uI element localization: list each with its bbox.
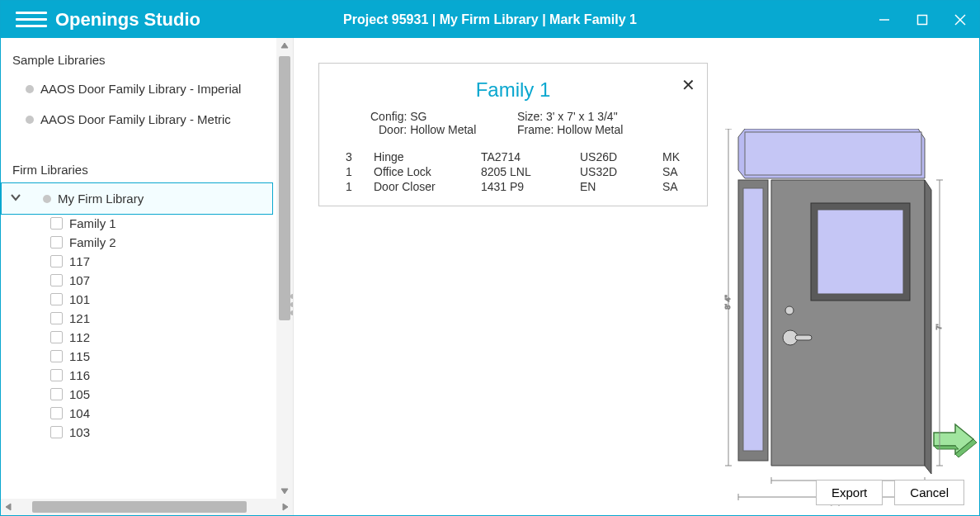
family-child-item[interactable]: 121 — [50, 309, 276, 328]
child-label: Family 1 — [69, 216, 116, 230]
scroll-up-icon[interactable] — [276, 38, 293, 53]
child-label: Family 2 — [69, 235, 116, 249]
svg-marker-19 — [925, 180, 931, 474]
svg-text:8' 4": 8' 4" — [723, 295, 732, 309]
family-info-card: ✕ Family 1 Config: SG Size: 3' x 7' x 1 … — [318, 63, 708, 206]
vertical-scrollbar[interactable] — [276, 38, 293, 499]
maximize-button[interactable] — [903, 1, 941, 38]
library-label: AAOS Door Family Library - Metric — [40, 112, 231, 126]
svg-text:7': 7' — [935, 324, 943, 329]
project-title: Project 95931 | My Firm Library | Mark F… — [343, 12, 637, 27]
hardware-row: 1Office Lock8205 LNLUS32DSA — [337, 164, 689, 179]
library-label: My Firm Library — [58, 192, 144, 206]
checkbox-icon[interactable] — [50, 331, 63, 343]
minimize-button[interactable] — [865, 1, 903, 38]
window: Openings Studio Project 95931 | My Firm … — [0, 0, 980, 516]
family-child-item[interactable]: 116 — [50, 366, 276, 385]
family-child-item[interactable]: 103 — [50, 423, 276, 442]
hardware-row: 1Door Closer1431 P9ENSA — [337, 179, 689, 194]
scroll-left-icon[interactable] — [1, 499, 16, 515]
svg-rect-15 — [745, 132, 921, 175]
checkbox-icon[interactable] — [50, 293, 63, 305]
checkbox-icon[interactable] — [50, 312, 63, 324]
bullet-icon — [26, 85, 34, 93]
chevron-down-icon[interactable] — [10, 192, 21, 206]
child-label: 107 — [69, 273, 90, 287]
sidebar: Sample Libraries AAOS Door Family Librar… — [1, 38, 294, 515]
checkbox-icon[interactable] — [50, 388, 63, 400]
scroll-down-icon[interactable] — [276, 484, 293, 499]
svg-rect-21 — [817, 210, 903, 294]
child-label: 121 — [69, 311, 90, 325]
checkbox-icon[interactable] — [50, 407, 63, 419]
family-child-item[interactable]: 115 — [50, 347, 276, 366]
checkbox-icon[interactable] — [50, 426, 63, 438]
frame-row: Frame: Hollow Metal — [517, 123, 664, 136]
library-label: AAOS Door Family Library - Imperial — [40, 82, 241, 96]
svg-marker-6 — [6, 504, 11, 510]
size-row: Size: 3' x 7' x 1 3/4" — [517, 110, 664, 123]
sample-library-item[interactable]: AAOS Door Family Library - Metric — [1, 104, 276, 135]
child-label: 105 — [69, 387, 90, 401]
child-label: 117 — [69, 254, 90, 268]
child-label: 103 — [69, 425, 90, 439]
checkbox-icon[interactable] — [50, 255, 63, 267]
main-panel: ✕ Family 1 Config: SG Size: 3' x 7' x 1 … — [294, 38, 979, 515]
close-icon[interactable]: ✕ — [681, 75, 695, 95]
child-label: 112 — [69, 330, 90, 344]
hardware-row: 3HingeTA2714US26DMK — [337, 149, 689, 164]
checkbox-icon[interactable] — [50, 217, 63, 230]
config-row: Config: SG — [370, 110, 517, 123]
family-child-item[interactable]: 107 — [50, 271, 276, 290]
svg-rect-24 — [795, 335, 812, 340]
app-title: Openings Studio — [55, 9, 200, 31]
splitter-grip-icon[interactable] — [290, 294, 293, 315]
menu-icon[interactable] — [16, 7, 47, 32]
family-title: Family 1 — [337, 78, 689, 102]
checkbox-icon[interactable] — [50, 274, 63, 286]
family-child-item[interactable]: Family 2 — [50, 233, 276, 252]
horizontal-scrollbar[interactable] — [1, 499, 293, 515]
svg-marker-4 — [281, 43, 288, 48]
scroll-thumb[interactable] — [32, 501, 247, 513]
family-child-item[interactable]: 101 — [50, 290, 276, 309]
family-child-item[interactable]: 104 — [50, 404, 276, 423]
scroll-right-icon[interactable] — [278, 499, 293, 515]
scroll-track[interactable] — [276, 53, 293, 484]
section-firm-libraries: Firm Libraries — [1, 156, 276, 183]
checkbox-icon[interactable] — [50, 236, 63, 249]
child-label: 115 — [69, 349, 90, 363]
child-label: 116 — [69, 368, 90, 382]
svg-rect-1 — [918, 15, 927, 24]
family-child-item[interactable]: Family 1 — [50, 214, 276, 233]
scroll-thumb[interactable] — [279, 56, 290, 320]
svg-marker-5 — [281, 489, 288, 494]
window-controls — [865, 1, 979, 38]
library-tree[interactable]: Sample Libraries AAOS Door Family Librar… — [1, 38, 276, 499]
scroll-track[interactable] — [16, 499, 278, 515]
sample-library-item[interactable]: AAOS Door Family Library - Imperial — [1, 73, 276, 104]
checkbox-icon[interactable] — [50, 369, 63, 381]
firm-library-item-selected[interactable]: My Firm Library — [1, 182, 273, 215]
svg-marker-7 — [283, 504, 288, 510]
dialog-buttons: Export Cancel — [816, 480, 964, 505]
door-row: Door: Hollow Metal — [370, 123, 517, 136]
bullet-icon — [43, 195, 51, 203]
svg-rect-17 — [743, 188, 763, 451]
titlebar: Openings Studio Project 95931 | My Firm … — [1, 1, 979, 38]
svg-point-22 — [785, 306, 794, 315]
close-button[interactable] — [941, 1, 979, 38]
child-label: 101 — [69, 292, 90, 306]
family-child-item[interactable]: 117 — [50, 252, 276, 271]
family-child-item[interactable]: 105 — [50, 385, 276, 404]
door-preview: 8' 4" 7' 3' 4' 4" — [720, 129, 951, 516]
bullet-icon — [26, 116, 34, 124]
export-button[interactable]: Export — [816, 480, 883, 505]
cancel-button[interactable]: Cancel — [894, 480, 964, 505]
child-label: 104 — [69, 406, 90, 420]
hardware-table: 3HingeTA2714US26DMK1Office Lock8205 LNLU… — [337, 141, 689, 194]
section-sample-libraries: Sample Libraries — [1, 46, 276, 73]
family-child-item[interactable]: 112 — [50, 328, 276, 347]
checkbox-icon[interactable] — [50, 350, 63, 362]
